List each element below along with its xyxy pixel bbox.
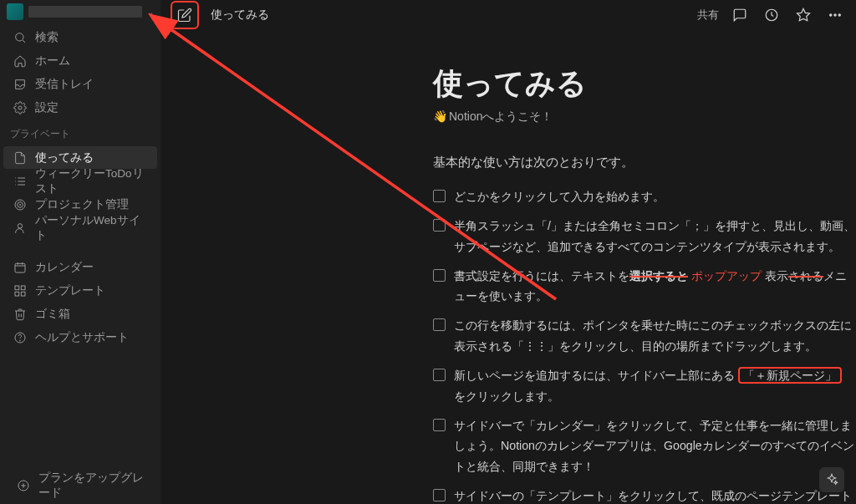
inbox-icon [13,78,27,91]
favorite-button[interactable] [792,4,814,26]
sidebar-settings[interactable]: 設定 [3,96,157,119]
sidebar-search-label: 検索 [35,30,59,45]
sidebar-inbox[interactable]: 受信トレイ [3,73,157,95]
checkbox[interactable] [433,318,446,331]
sidebar-upgrade[interactable]: プランをアップグレード [7,474,154,496]
intro-text[interactable]: 基本的な使い方は次のとおりです。 [433,155,856,171]
sidebar-item-label: プロジェクト管理 [35,197,129,212]
comments-button[interactable] [729,4,751,26]
sidebar-templates[interactable]: テンプレート [3,279,157,302]
more-button[interactable] [824,4,846,26]
new-page-button[interactable] [174,4,196,26]
checkbox[interactable] [433,269,446,282]
svg-point-22 [20,339,21,340]
todo-text: 新しいページを追加するには、サイドバー上部にある 「＋新規ページ」 をクリックし… [454,365,856,407]
sidebar-home[interactable]: ホーム [3,49,157,72]
share-button[interactable]: 共有 [697,8,719,23]
sidebar-inbox-label: 受信トレイ [35,77,94,92]
svg-rect-18 [21,286,25,290]
welcome-line[interactable]: 👋Notionへようこそ！ [433,109,856,125]
svg-marker-27 [797,9,810,21]
checkbox[interactable] [433,489,446,501]
help-icon [13,331,27,344]
todo-item[interactable]: サイドバーの「テンプレート」をクリックして、既成のページテンプレートを使用します [433,481,856,504]
sidebar-home-label: ホーム [35,53,70,69]
welcome-text: Notionへようこそ！ [449,109,553,123]
checkbox[interactable] [433,190,446,202]
todo-text: この行を移動するには、ポインタを乗せた時にこのチェックボックスの左に表示される「… [454,315,856,357]
sidebar-settings-label: 設定 [35,100,59,115]
todo-item[interactable]: 半角スラッシュ「/」または全角セミコロン「；」を押すと、見出し、動画、サブページ… [433,211,856,262]
svg-rect-20 [21,292,25,296]
todo-list: どこかをクリックして入力を始めます。 半角スラッシュ「/」または全角セミコロン「… [433,182,856,504]
svg-point-2 [18,106,22,109]
sidebar-help[interactable]: ヘルプとサポート [3,326,157,349]
svg-point-29 [834,14,836,16]
search-icon [13,31,27,44]
svg-line-1 [23,40,25,43]
checkbox[interactable] [433,219,446,232]
breadcrumb[interactable]: 使ってみる [211,8,269,23]
sidebar-item-label: プランをアップグレード [38,471,144,501]
todo-item[interactable]: この行を移動するには、ポインタを乗せた時にこのチェックボックスの左に表示される「… [433,311,856,361]
ai-assistant-button[interactable] [819,467,844,492]
todo-text: 書式設定を行うには、テキストを選択すると ポップアップ 表示されるメニューを使い… [454,266,856,308]
workspace-name [28,6,142,18]
sidebar-page-personal-site[interactable]: パーソナルWebサイト [3,216,157,239]
home-icon [13,54,27,68]
plus-circle-icon [17,479,30,492]
svg-point-9 [15,200,25,210]
person-icon [13,221,27,235]
sidebar-item-label: カレンダー [35,260,94,275]
sidebar-item-label: ゴミ箱 [35,307,70,322]
sidebar-item-label: ヘルプとサポート [35,330,129,345]
sidebar-item-label: 使ってみる [35,150,94,165]
trash-icon [13,308,27,321]
svg-point-11 [19,204,20,205]
svg-point-30 [838,14,840,16]
sidebar-trash[interactable]: ゴミ箱 [3,303,157,325]
updates-button[interactable] [761,4,782,26]
checkbox[interactable] [433,419,446,431]
todo-text: 半角スラッシュ「/」または全角セミコロン「；」を押すと、見出し、動画、サブページ… [454,216,856,257]
svg-point-12 [18,223,22,227]
workspace-switcher[interactable]: ⌄ [0,0,160,23]
todo-item[interactable]: 書式設定を行うには、テキストを選択すると ポップアップ 表示されるメニューを使い… [433,262,856,312]
todo-item[interactable]: 新しいページを追加するには、サイドバー上部にある 「＋新規ページ」 をクリックし… [433,361,856,411]
sidebar-private-header: プライベート [0,121,160,144]
main-area: 使ってみる 共有 使ってみる 👋Notionへようこそ！ 基本的な使い方は次の [160,0,856,504]
todo-item[interactable]: どこかをクリックして入力を始めます。 [433,182,856,211]
sidebar-item-label: テンプレート [35,283,105,298]
page-content: 使ってみる 👋Notionへようこそ！ 基本的な使い方は次のとおりです。 どこか… [160,30,856,504]
sidebar-calendar[interactable]: カレンダー [3,256,157,278]
page-title[interactable]: 使ってみる [433,64,856,104]
sidebar-search[interactable]: 検索 [3,26,157,48]
workspace-avatar [7,3,23,20]
annotation-highlight-compose [171,1,199,29]
svg-rect-17 [15,286,19,290]
sidebar-page-weekly-todo[interactable]: ウィークリーToDoリスト [3,170,157,192]
page-icon [13,151,27,165]
checkbox[interactable] [433,369,446,381]
list-icon [13,175,27,188]
svg-point-28 [830,14,832,16]
sidebar-item-label: ウィークリーToDoリスト [35,166,147,196]
topbar: 使ってみる 共有 [160,0,856,30]
sidebar-item-label: パーソナルWebサイト [35,213,147,243]
svg-rect-13 [15,263,25,272]
chevron-down-icon: ⌄ [147,8,154,17]
calendar-icon [13,261,27,274]
svg-point-0 [16,33,23,40]
todo-text: サイドバーで「カレンダー」をクリックして、予定と仕事を一緒に管理しましょう。No… [454,415,856,478]
todo-item[interactable]: サイドバーで「カレンダー」をクリックして、予定と仕事を一緒に管理しましょう。No… [433,411,856,482]
svg-rect-19 [15,292,19,296]
svg-point-10 [18,201,23,207]
gear-icon [13,101,27,115]
target-icon [13,198,27,211]
templates-icon [13,284,27,298]
todo-text: どこかをクリックして入力を始めます。 [454,186,665,207]
todo-text: サイドバーの「テンプレート」をクリックして、既成のページテンプレートを使用します [454,486,856,504]
annotation-highlight-newpage: 「＋新規ページ」 [738,367,842,384]
sidebar: ⌄ 検索 ホーム 受信トレイ 設定 プライベート [0,0,160,504]
wave-icon: 👋 [433,109,447,123]
